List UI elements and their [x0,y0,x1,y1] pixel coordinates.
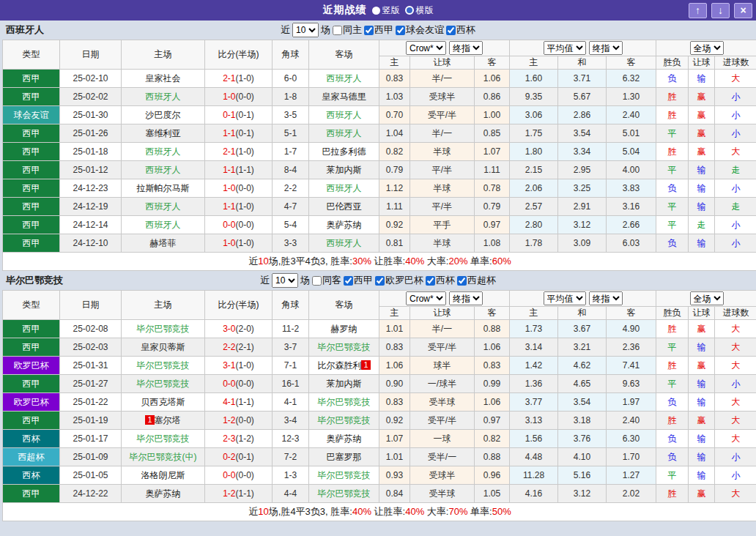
cell-crow-0: 1.11 [379,198,410,216]
cell-avg-1: 4.65 [558,375,607,393]
final-index-select-2[interactable]: 终指 [589,41,623,55]
cell-home-team: 西班牙人 [122,216,205,234]
cell-corners: 4-1 [273,393,309,412]
cell-home-team: 毕尔巴鄂竞技 [122,375,205,393]
fullmatch-select[interactable]: 全场 [690,41,724,55]
league-checkbox-input-1[interactable] [375,276,385,286]
header-type: 类型 [3,40,60,70]
league-checkbox-input-1[interactable] [396,26,405,35]
move-up-button[interactable]: ↑ [689,3,707,18]
cell-result-1: 赢 [689,124,715,143]
cell-avg-1: 2.91 [558,198,607,216]
cell-avg-1: 5.16 [558,466,607,485]
cell-date: 24-12-19 [60,198,122,216]
radio-selected-icon[interactable] [372,7,380,15]
cell-crow-1: 受平/半 [410,106,475,124]
cell-result-0: 负 [656,234,689,253]
table-row: 西甲24-12-23拉斯帕尔马斯1-0(0-0)2-2西班牙人1.12半球0.7… [3,179,756,198]
filter-bar: 毕尔巴鄂竞技近10场同客西甲欧罗巴杯西杯西超杯 [0,271,756,290]
table-row: 西超杯25-01-09毕尔巴鄂竞技(中)0-2(0-1)7-2巴塞罗那1.01受… [3,448,756,466]
away-team-results-table: 类型日期主场比分(半场)角球客场Crow*终指平均值终指全场主让球客主和客胜负让… [2,290,756,521]
cell-away-team: 西班牙人 [309,70,379,88]
cell-avg-0: 4.48 [510,448,558,466]
cell-crow-0: 0.70 [379,106,410,124]
same-venue-checkbox-input[interactable] [312,276,322,286]
final-index-select[interactable]: 终指 [449,291,483,305]
cell-avg-0: 1.60 [510,70,558,88]
header-result-handicap: 让球 [689,56,715,70]
league-checkbox-input-2[interactable] [426,276,435,286]
cell-crow-2: 0.96 [475,466,510,485]
cell-crow-1: 半球 [410,143,475,161]
table-row: 西杯25-01-05洛格朗尼斯0-0(0-0)1-3毕尔巴鄂竞技0.93受球半0… [3,466,756,485]
cell-crow-2: 0.86 [475,88,510,106]
near-games-select[interactable]: 10 [272,273,298,288]
league-checkbox-input-2[interactable] [446,26,456,35]
cell-crow-1: 半球 [410,234,475,253]
close-button[interactable]: × [734,3,752,18]
league-checkbox-0[interactable]: 西甲 [344,274,373,287]
cell-corners: 4-4 [273,485,309,503]
cell-date: 25-01-17 [60,430,122,448]
layout-radio-vertical[interactable]: 竖版 [372,4,400,17]
league-checkbox-1[interactable]: 欧罗巴杯 [375,274,423,287]
cell-result-1: 赢 [689,106,715,124]
league-checkbox-input-3[interactable] [457,276,467,286]
league-checkbox-input-0[interactable] [344,276,353,286]
move-down-button[interactable]: ↓ [711,3,730,18]
header-away: 客场 [309,40,379,70]
filter-controls: 近10场同主西甲球会友谊西杯 [281,23,475,37]
cell-away-team: 奥萨苏纳 [309,430,379,448]
cell-result-2: 大 [715,485,756,503]
cell-result-0: 胜 [656,320,689,338]
cell-result-2: 小 [715,179,756,198]
near-games-select[interactable]: 10 [292,23,319,37]
league-checkbox-0[interactable]: 西甲 [364,23,393,37]
average-select[interactable]: 平均值 [544,41,586,55]
summary-row: 近10场,胜3平4负3, 胜率:30% 让胜率:40% 大率:20% 单率:60… [3,253,756,271]
cell-avg-2: 6.30 [607,430,656,448]
crow-select[interactable]: Crow* [406,41,446,55]
cell-home-team: 赫塔菲 [122,234,205,253]
league-checkbox-input-0[interactable] [364,26,374,35]
final-index-select-2[interactable]: 终指 [589,291,623,305]
league-checkbox-2[interactable]: 西杯 [446,23,475,37]
cell-date: 25-02-08 [60,320,122,338]
cell-crow-2: 0.88 [475,320,510,338]
crow-select[interactable]: Crow* [406,291,446,305]
header-average-group: 平均值终指 [510,40,656,56]
page-title: 近期战绩 [323,4,367,17]
cell-crow-1: 一/球半 [410,375,475,393]
cell-crow-0: 1.01 [379,448,410,466]
cell-result-0: 平 [656,338,689,357]
league-checkbox-3[interactable]: 西超杯 [457,274,496,287]
radio-unselected-icon[interactable] [405,6,414,15]
cell-corners: 3-3 [273,234,309,253]
final-index-select[interactable]: 终指 [449,41,483,55]
cell-away-team: 毕尔巴鄂竞技 [309,466,379,485]
cell-result-2: 小 [715,448,756,466]
filter-controls: 近10场同客西甲欧罗巴杯西杯西超杯 [260,273,496,288]
cell-away-team: 西班牙人 [309,234,379,253]
cell-result-2: 大 [715,338,756,357]
cell-avg-0: 9.35 [510,88,558,106]
layout-radio-horizontal[interactable]: 横版 [405,4,434,17]
cell-crow-1: 受球半 [410,88,475,106]
cell-score: 2-1(1-0) [205,70,273,88]
cell-home-team: 西班牙人 [122,88,205,106]
average-select[interactable]: 平均值 [544,291,586,305]
cell-result-0: 平 [656,124,689,143]
same-venue-checkbox[interactable]: 同主 [333,23,362,37]
same-venue-checkbox-input[interactable] [333,26,342,35]
table-row: 西甲24-12-19西班牙人1-1(1-0)4-7巴伦西亚1.11平/半0.79… [3,198,756,216]
same-venue-checkbox[interactable]: 同客 [312,274,341,287]
cell-away-team: 奥萨苏纳 [309,216,379,234]
cell-corners: 11-2 [273,320,309,338]
league-checkbox-1[interactable]: 球会友谊 [396,23,444,37]
header-odds-away: 客 [475,56,510,70]
cell-away-team: 莱加内斯 [309,161,379,179]
fullmatch-select[interactable]: 全场 [690,291,724,305]
league-checkbox-2[interactable]: 西杯 [426,274,455,287]
header-score-half: 比分(半场) [205,291,273,320]
cell-crow-0: 0.92 [379,216,410,234]
